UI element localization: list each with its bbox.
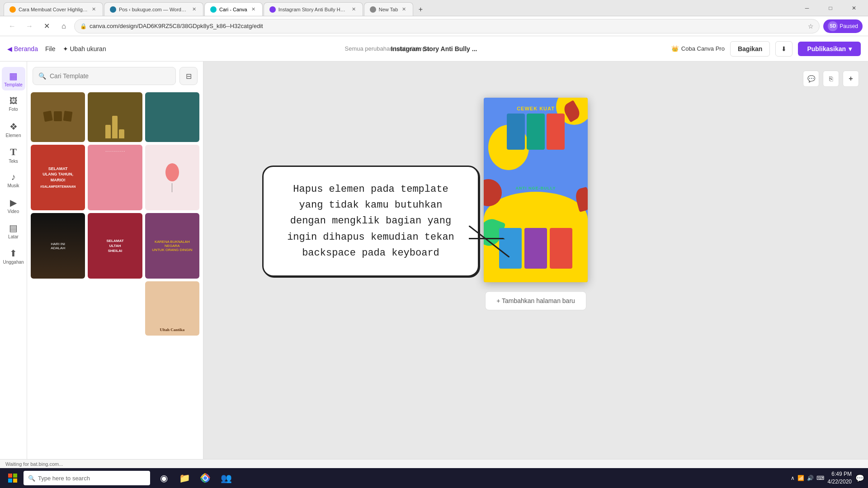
- purple-template: KARENA BUKNALAH NEGARAUNTUK ORANG DINGIN: [145, 213, 199, 279]
- template-item-10[interactable]: [88, 281, 142, 336]
- status-text: Waiting for bat.bing.com...: [5, 461, 63, 467]
- pink-template: · · · · · · · · · ·: [88, 145, 142, 210]
- download-icon: ⬇: [781, 45, 787, 52]
- clock-display[interactable]: 6:49 PM 4/22/2020: [828, 470, 852, 486]
- tab-close-1[interactable]: ✕: [90, 6, 97, 13]
- comment-button[interactable]: 💬: [803, 71, 819, 87]
- bday2-template: SELAMATULTAHSHEILAI: [88, 213, 142, 279]
- plus-icon: +: [849, 75, 853, 83]
- balloon-shape: [165, 163, 179, 181]
- home-button[interactable]: ⌂: [57, 19, 71, 33]
- template-item-5[interactable]: · · · · · · · · · ·: [88, 145, 142, 210]
- bubble-arrow-svg: [469, 226, 509, 257]
- tab-close-2[interactable]: ✕: [191, 6, 198, 13]
- back-button[interactable]: ←: [5, 19, 19, 33]
- template-item-11[interactable]: Ultah Cantika: [145, 281, 199, 336]
- resize-button[interactable]: ✦ Ubah ukuran: [63, 45, 106, 52]
- browser-status-bar: Waiting for bat.bing.com...: [0, 459, 868, 468]
- address-input-box[interactable]: 🔒 canva.com/design/DAD6K9RZ5C8/38GDpk8yS…: [74, 19, 820, 33]
- browser-tab-1[interactable]: Cara Membuat Cover Highligh... ✕: [4, 2, 103, 16]
- search-input-wrap[interactable]: 🔍: [33, 67, 176, 85]
- figure-1: [507, 114, 525, 150]
- template-item-3[interactable]: [145, 92, 199, 142]
- tab-close-3[interactable]: ✕: [250, 6, 257, 13]
- template-item-9[interactable]: KARENA BUKNALAH NEGARAUNTUK ORANG DINGIN: [145, 213, 199, 279]
- saved-status: Semua perubahan telah disimpan: [113, 45, 664, 52]
- sidebar-item-elemen[interactable]: ❖ Elemen: [2, 118, 25, 141]
- tab-favicon-4: [269, 6, 276, 13]
- file-menu[interactable]: File: [45, 45, 56, 52]
- tab-label-1: Cara Membuat Cover Highligh...: [19, 7, 88, 12]
- share-button[interactable]: Bagikan: [730, 41, 770, 57]
- chrome-button[interactable]: [195, 468, 215, 488]
- sidebar-item-foto[interactable]: 🖼 Foto: [2, 92, 25, 116]
- forward-button[interactable]: →: [23, 19, 36, 33]
- cortana-button[interactable]: ◉: [154, 468, 174, 488]
- canva-topbar: ◀ Beranda File ✦ Ubah ukuran Semua perub…: [0, 36, 868, 62]
- sidebar-label-foto: Foto: [9, 107, 18, 112]
- explorer-button[interactable]: 📁: [175, 468, 194, 488]
- bar-1: [105, 125, 111, 138]
- tab-label-3: Cari - Canva: [219, 7, 247, 12]
- crown-icon: 👑: [671, 45, 679, 52]
- browser-tab-5[interactable]: New Tab ✕: [364, 2, 414, 16]
- figures-top: [491, 114, 581, 150]
- sidebar-item-template[interactable]: ▦ Template: [2, 67, 25, 90]
- pink-template-dots: · · · · · · · · · ·: [88, 149, 142, 153]
- template-item-7[interactable]: HARI INIADALAH: [31, 213, 85, 279]
- windows-start-button[interactable]: [4, 469, 22, 487]
- tab-favicon-3: [210, 6, 217, 13]
- taskbar-apps: ◉ 📁 👥: [154, 468, 236, 488]
- teams-icon: 👥: [221, 473, 232, 483]
- sidebar-item-teks[interactable]: T Teks: [2, 143, 25, 166]
- figure-3: [547, 114, 565, 150]
- browser-tabs: Cara Membuat Cover Highligh... ✕ Pos ‹ b…: [4, 0, 791, 16]
- maximize-button[interactable]: □: [820, 0, 841, 16]
- search-input[interactable]: [50, 72, 170, 80]
- browser-tab-2[interactable]: Pos ‹ bukugue.com — WordPr... ✕: [104, 2, 203, 16]
- profile-button[interactable]: SD Paused: [823, 19, 863, 33]
- canva-pro-button[interactable]: 👑 Coba Canva Pro: [671, 45, 725, 52]
- bar-3: [119, 129, 124, 138]
- windows-logo: [8, 474, 17, 483]
- notification-icon[interactable]: 💬: [855, 474, 864, 483]
- template-item-6[interactable]: [145, 145, 199, 210]
- ssl-icon: 🔒: [80, 23, 87, 29]
- download-button[interactable]: ⬇: [775, 41, 793, 57]
- add-page-button[interactable]: +: [843, 71, 859, 87]
- clock-date: 4/22/2020: [828, 478, 852, 486]
- add-page-btn[interactable]: + Tambahkan halaman baru: [485, 291, 586, 310]
- tab-close-4[interactable]: ✕: [350, 6, 357, 13]
- chrome-icon: [200, 473, 211, 483]
- browser-tab-3[interactable]: Cari - Canva ✕: [204, 2, 263, 16]
- document-title: Instagram Story Anti Bully ...: [391, 45, 477, 52]
- reload-button[interactable]: ✕: [40, 19, 53, 33]
- template-item-4[interactable]: SELAMAT ULANG TAHUN, MARIO! #salampertem…: [31, 145, 85, 210]
- close-button[interactable]: ✕: [844, 0, 864, 16]
- musik-icon: ♪: [11, 172, 16, 182]
- sidebar-item-video[interactable]: ▶ Video: [2, 194, 25, 217]
- template-item-8[interactable]: SELAMATULTAHSHEILAI: [88, 213, 142, 279]
- minimize-button[interactable]: ─: [797, 0, 817, 16]
- copy-page-button[interactable]: ⎘: [823, 71, 839, 87]
- sidebar-item-latar[interactable]: ▤ Latar: [2, 219, 25, 242]
- browser-tab-4[interactable]: Instagram Story Anti Bully Han... ✕: [264, 2, 363, 16]
- publish-button[interactable]: Publikasikan ▾: [798, 42, 861, 56]
- explorer-icon: 📁: [179, 473, 190, 483]
- taskbar-search-box[interactable]: 🔍 Type here to search: [24, 471, 150, 485]
- back-to-home[interactable]: ◀ Beranda: [7, 45, 38, 52]
- canvas-area: 💬 ⎘ + Hapus elemen pada template yang ti…: [203, 62, 868, 488]
- tooltip-text: Hapus elemen pada template yang tidak ka…: [282, 181, 460, 261]
- chart-bars: [105, 116, 124, 138]
- teams-button[interactable]: 👥: [216, 468, 236, 488]
- svg-rect-1: [13, 474, 17, 478]
- bookmark-icon[interactable]: ☆: [808, 23, 814, 30]
- template-item-2[interactable]: [88, 92, 142, 142]
- filter-button[interactable]: ⊟: [179, 67, 198, 85]
- sidebar-item-musik[interactable]: ♪ Musik: [2, 168, 25, 192]
- template-item-1[interactable]: [31, 92, 85, 142]
- tab-close-5[interactable]: ✕: [401, 6, 407, 13]
- new-tab-button[interactable]: +: [414, 3, 427, 16]
- sidebar-item-unggahan[interactable]: ⬆ Unggahan: [2, 244, 25, 268]
- copy-icon: ⎘: [829, 75, 833, 82]
